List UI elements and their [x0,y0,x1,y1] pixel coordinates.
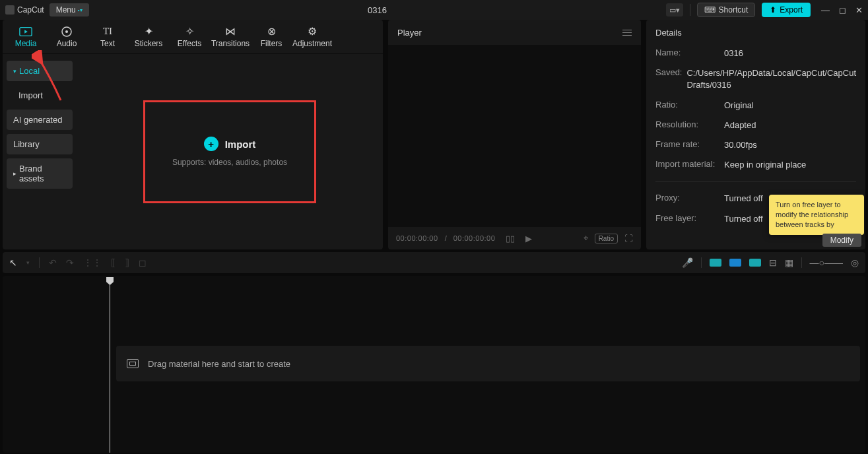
capcut-logo-icon [5,5,15,15]
close-button[interactable]: ✕ [855,5,863,15]
track-toggle-2[interactable] [729,259,741,267]
undo-button[interactable]: ↶ [49,257,57,268]
import-dropzone[interactable]: + Import Supports: videos, audios, photo… [143,100,316,203]
time-separator: / [445,234,447,242]
media-area: + Import Supports: videos, audios, photo… [77,54,383,249]
snap-button[interactable]: ▦ [785,257,793,268]
player-controls: 00:00:00:00 / 00:00:00:00 ▯▯ ▶ ⌖ Ratio ⛶ [388,227,641,249]
detail-row-framerate: Frame rate:30.00fps [655,139,856,151]
selection-tool[interactable]: ↖ [9,257,17,268]
effects-icon: ✧ [183,26,196,38]
upload-icon: ⬆ [770,5,776,15]
details-title: Details [655,28,682,38]
align-button[interactable]: ⊟ [769,257,777,268]
keyboard-icon: ⌨ [704,5,716,15]
scan-icon[interactable]: ⌖ [584,233,588,243]
timeline-placeholder-text: Drag material here and start to create [148,359,290,369]
details-panel: Details Name:0316 Saved:C:/Users/HP/AppD… [646,20,865,249]
sidebar-item-brand-assets[interactable]: ▸Brand assets [7,158,73,189]
time-current: 00:00:00:00 [396,234,438,242]
shortcut-button[interactable]: ⌨ Shortcut [697,3,756,17]
tab-text[interactable]: TI Text [88,21,127,53]
detail-row-resolution: Resolution:Adapted [655,119,856,131]
media-icon [19,26,32,38]
ratio-button[interactable]: Ratio [595,234,618,243]
player-header: Player [388,20,641,45]
text-icon: TI [101,26,114,38]
sidebar-item-local[interactable]: ▾Local [7,61,73,81]
clip-icon [127,359,139,368]
sidebar-item-library[interactable]: Library [7,134,73,154]
caret-icon: ▸ [13,170,17,177]
divider [690,4,690,16]
detail-row-saved: Saved:C:/Users/HP/AppData/Local/CapCut/C… [655,67,856,91]
side-nav: ▾Local Import AI generated Library ▸Bran… [3,54,77,249]
split-button[interactable]: ⋮⋮ [83,257,102,268]
dropdown-caret-icon: •▾ [78,7,83,13]
shortcut-label: Shortcut [719,5,749,15]
menu-button[interactable]: Menu •▾ [50,3,89,16]
divider [801,257,802,268]
player-title: Player [397,28,422,38]
modify-button[interactable]: Modify [822,234,861,247]
track-toggle-3[interactable] [749,259,761,267]
detail-row-name: Name:0316 [655,48,856,59]
window-controls: — ◻ ✕ [821,5,863,15]
titlebar-right: ▭▾ ⌨ Shortcut ⬆ Export — ◻ ✕ [666,3,863,17]
track-toggle-1[interactable] [710,259,721,267]
media-panel: Media Audio TI Text ✦ Stickers ✧ Effects… [3,20,383,249]
divider [655,181,856,182]
export-button[interactable]: ⬆ Export [762,3,811,17]
app-logo: CapCut [5,5,44,15]
tab-media[interactable]: Media [7,21,45,53]
detail-row-import-material: Import material:Keep in original place [655,159,856,171]
svg-point-2 [65,30,68,33]
sidebar-item-ai-generated[interactable]: AI generated [7,110,73,130]
playhead[interactable] [110,278,110,453]
crop-button[interactable]: ◻ [139,257,147,268]
adjustment-icon: ⚙ [306,26,319,38]
project-title: 0316 [94,5,661,15]
caret-icon: ▾ [13,68,17,75]
maximize-button[interactable]: ◻ [839,5,846,15]
tab-effects[interactable]: ✧ Effects [170,21,209,53]
layout-button[interactable]: ▭▾ [666,3,683,16]
tab-adjustment[interactable]: ⚙ Adjustment [293,21,331,53]
timeline-track-placeholder[interactable]: Drag material here and start to create [116,346,860,381]
app-name: CapCut [17,5,44,15]
audio-icon [60,26,73,38]
trim-left-button[interactable]: ⟦ [111,257,116,268]
import-label: Import [225,139,256,150]
import-supports: Supports: videos, audios, photos [172,158,287,167]
timeline-right-tools: 🎤 ⊟ ▦ —○—— ◎ [682,257,859,268]
player-viewport[interactable] [388,45,641,227]
fullscreen-icon[interactable]: ⛶ [624,234,633,243]
top-tabs: Media Audio TI Text ✦ Stickers ✧ Effects… [3,20,383,54]
transitions-icon: ⋈ [224,26,237,38]
divider [39,257,40,268]
play-button[interactable]: ▶ [525,234,532,243]
step-icon[interactable]: ▯▯ [506,234,515,243]
tab-stickers[interactable]: ✦ Stickers [129,21,168,53]
minimize-button[interactable]: — [821,5,830,15]
zoom-slider[interactable]: —○—— [810,257,843,268]
sidebar-item-import[interactable]: Import [7,85,73,106]
player-panel: Player 00:00:00:00 / 00:00:00:00 ▯▯ ▶ ⌖ … [388,20,641,249]
divider [701,257,702,268]
titlebar: CapCut Menu •▾ 0316 ▭▾ ⌨ Shortcut ⬆ Expo… [0,0,868,20]
details-header: Details [646,20,865,45]
tab-transitions[interactable]: ⋈ Transitions [211,21,250,53]
timeline[interactable]: Drag material here and start to create [3,276,865,453]
tool-dropdown[interactable]: ▾ [26,259,30,266]
mic-button[interactable]: 🎤 [682,257,693,268]
zoom-fit-button[interactable]: ◎ [851,257,859,268]
trim-right-button[interactable]: ⟧ [125,257,129,268]
stickers-icon: ✦ [142,26,155,38]
player-menu-button[interactable] [622,30,632,36]
tab-audio[interactable]: Audio [48,21,86,53]
filters-icon: ⊗ [265,26,278,38]
menu-label: Menu [56,5,76,15]
redo-button[interactable]: ↷ [66,257,74,268]
time-total: 00:00:00:00 [453,234,496,242]
tab-filters[interactable]: ⊗ Filters [252,21,290,53]
